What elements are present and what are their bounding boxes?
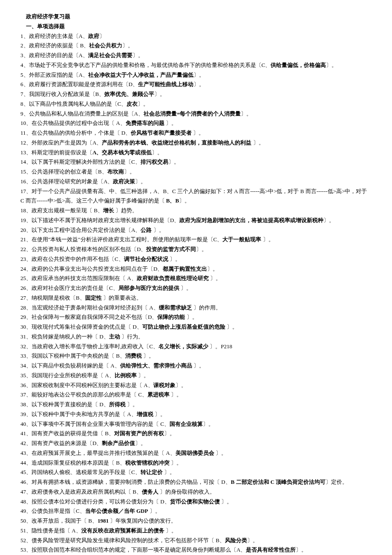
question-posttext: 〕。 [185, 314, 197, 320]
question-item: 35、我国现行企业所税的税率是〔 A、比例税率 〕。 [20, 371, 372, 381]
question-pretext: 以下支出工程中适合用公共定价法的是〔A、 [32, 227, 141, 233]
question-number: 21、 [20, 236, 32, 243]
question-number: 31、 [20, 333, 32, 340]
question-item: 22、公共投资与私人投资根本性的区别不包括〔D、投资的监管方式不同〕。 [20, 245, 372, 254]
question-item: 50、改革开放后，我国于〔 B、1981 〕年恢复国内公债的发行。 [20, 516, 372, 526]
question-item: 11、在公共物品的供给分析中，个体是〔 D、价风格节者和产量接受者 〕。 [20, 128, 372, 138]
question-posttext: 〕。 [122, 42, 133, 49]
question-posttext: 〕。 [154, 91, 165, 97]
question-pretext: 国有资产收益的来源是〔D、 [32, 440, 102, 446]
question-pretext: 市场处于不完全竞争状态下产品的供给量和价格，与最优供给条件下的供给量和价格的关系… [29, 62, 271, 68]
question-item: 37、能较好地表达公平税负的原那么的税率是〔 C、累进税率 〕。 [20, 390, 372, 400]
question-number: 46、 [20, 479, 32, 485]
question-pretext: 我国现行企业所税的税率是〔 A、 [32, 372, 115, 379]
question-posttext: 〕。 [133, 52, 144, 58]
question-number: 44、 [20, 460, 32, 466]
question-answer: 没有反映在政府预算帐面上的债务 [81, 527, 164, 534]
question-number: 42、 [20, 440, 32, 446]
question-pretext: 能较好地表达公平税负的原那么的税率是〔 C、 [32, 391, 147, 398]
question-pretext: 公债负担率是指〔C、 [32, 508, 85, 514]
question-posttext: 〕。P218 [208, 343, 232, 350]
question-item: 18、政府支出规模一般呈现〔 B、增长 〕趋势。 [20, 206, 372, 216]
question-item: 16、公共选择理论研究的对象是〔A、政府决策〕。 [20, 177, 372, 187]
question-item: 23、政府在公共投资中的作用不包括〔C、调节社会分配状况 〕。 [20, 254, 372, 264]
question-number: 33、 [20, 353, 32, 359]
question-item: 31、税负转嫁是纳税人的一种〔 D、主动 〕行为。 [20, 332, 372, 342]
question-posttext: 〕。 [323, 217, 334, 223]
question-posttext: 〕。 [179, 285, 192, 291]
question-answer: 免费搭车的问题 [126, 120, 164, 126]
question-number: 51、 [20, 527, 32, 534]
question-answer: 调节社会分配状况 [124, 256, 168, 262]
question-pretext: 在使用"本钱一效益"分析法评价政府支出工程时。所使用的贴现率一般是〔C、 [32, 236, 222, 243]
question-pretext: 以下商品中性质属纯私人物品的是〔C、 [29, 101, 127, 107]
question-item: 14、以下属于科斯定理解决外部性方法的是〔C、排污权交易〕。 [20, 157, 372, 167]
question-posttext: 〕年恢复国内公债的发行。 [109, 517, 176, 524]
question-number: 43、 [20, 450, 32, 456]
question-pretext: 按照公债本位对公债进行分类，可以将公债划分为〔 D、 [32, 498, 170, 505]
question-answer: 产品和劳务的本钱、收益绕过价格机制，直接影响他人的利益 [102, 139, 251, 146]
question-item: 40、以下事项中不属于国有企业重大事项管理内容的是〔 C、国有企业核算〕。 [20, 419, 372, 429]
question-posttext: 〕。 [296, 546, 307, 553]
question-number: 34、 [20, 362, 32, 369]
question-posttext: 〕。 [148, 508, 160, 514]
question-pretext: 政府经济的依据是〔 B、 [29, 42, 89, 49]
question-number: 10、 [20, 120, 32, 126]
question-answer: 布坎南 [107, 168, 124, 175]
question-number: 14、 [20, 159, 32, 165]
question-item: 32、当政府收入增长率低于物价上涨率时,政府收入〔C、名义增长，实际减少 〕。P… [20, 342, 372, 352]
question-answer: 增值税 [137, 411, 153, 417]
question-pretext: 国有资产收益的获得是凭借〔 B、 [32, 430, 114, 436]
question-item: 28、当宏观经济处于萧条时期社会保障对经济起到〔 A、缓和需求缺乏 〕的作用。 [20, 303, 372, 313]
question-pretext: 现收现付式筹集社会保障资金的优点是〔 D、 [32, 324, 142, 330]
question-item: 7、我国现行收入分配政策是〔B、效率优先、兼顾公平〕。 [20, 90, 372, 99]
question-number: 9、 [20, 110, 29, 117]
question-answer: 消费税 [125, 353, 142, 359]
question-pretext: 政府对社会医疗支出的责任是〔C、 [32, 285, 118, 291]
question-answer: 货币公债和实物公债 [170, 498, 220, 505]
question-posttext: 〕。 [137, 372, 149, 379]
question-posttext: 〕。 [164, 430, 175, 436]
question-answer: 名义增长，实际减少 [159, 343, 208, 350]
question-number: 25、 [20, 275, 32, 281]
question-answer: 课税对象 [153, 382, 176, 388]
question-posttext: 〕。 [164, 120, 177, 126]
question-number: 45、 [20, 469, 32, 475]
question-item: 38、以下税种属于直接税的是〔 D、所得税 〕。 [20, 400, 372, 410]
question-pretext: 以下税种属于直接税的是〔 D、 [32, 401, 109, 408]
question-pretext: 我国现行收入分配政策是〔B、 [29, 91, 105, 97]
question-number: 47、 [20, 489, 32, 495]
question-item: 41、国有资产收益的获得是凭借〔 B、对国有资产的所有权〕。 [20, 429, 372, 439]
question-pretext: 外部效应的产生是因为〔A、 [32, 139, 102, 146]
question-answer: 对国有资产的所有权 [114, 430, 164, 436]
question-pretext: 公共投资与私人投资根本性的区别不包括〔D、 [32, 246, 146, 252]
question-pretext: 当政府收入增长率低于物价上涨率时,政府收入〔C、 [32, 343, 159, 350]
question-pretext: 政府债务收入是政府及政府所属机构以〔 B、 [32, 489, 142, 495]
question-pretext: 国家税收制度中不同税种区别的主要标志是〔 A、 [32, 382, 153, 388]
question-pretext: 债务风险管理是研究风险发生规律和风险控制的技术，它不包括那个环节〔 B、 [32, 537, 225, 543]
question-item: 21、在使用"本钱一效益"分析法评价政府支出工程时。所使用的贴现率一般是〔C、大… [20, 235, 372, 245]
question-answer: 所得税 [109, 401, 126, 408]
question-answer: 税收管辖权的冲突 [125, 460, 170, 466]
question-pretext: 造成国际重复征税的根本原因是〔 B、 [32, 460, 125, 466]
question-answer: 缓和需求缺乏 [159, 304, 192, 311]
question-item: 12、外部效应的产生是因为〔A、产品和劳务的本钱、收益绕过价格机制，直接影响他人… [20, 138, 372, 148]
question-answer: 比例税率 [115, 372, 137, 379]
question-item: 47、政府债务收入是政府及政府所属机构以〔 B、债务人 〕的身份取得的收入。 [20, 487, 372, 497]
question-item: 6、政府履行资源配置职能是使资源利用在〔D、生产可能性曲线上移动〕。 [20, 80, 372, 90]
question-answer: 皮衣 [127, 101, 138, 107]
question-pretext: 对于一个公共产品提供量有高、中、低三种选择，A、B、C 三个人的偏好如下：对 A… [20, 188, 367, 204]
question-posttext: 〕。 [168, 256, 181, 262]
question-pretext: 政府应承当的科技支出范围应限制在〔 A、 [32, 275, 137, 281]
question-pretext: 政府在公共投资中的作用不包括〔C、 [32, 256, 124, 262]
question-number: 38、 [20, 401, 32, 408]
question-number: 5、 [20, 72, 29, 78]
question-item: 17、对于一个公共产品提供量有高、中、低三种选择，A、B、C 三个人的偏好如下：… [20, 187, 372, 206]
question-answer: 政府为应对急剧增加的支出，将被迫提高税率或增设新税种 [179, 217, 323, 223]
question-answer: 可防止物价上涨后基金贬值的危险 [142, 324, 225, 330]
question-number: 2、 [20, 42, 29, 49]
question-number: 27、 [20, 295, 32, 301]
question-pretext: 政府履行资源配置职能是使资源利用在〔D、 [29, 81, 138, 87]
question-item: 27、纳税期限是税收〔B、固定性 〕的重要表达。 [20, 293, 372, 303]
question-number: 7、 [20, 91, 29, 97]
